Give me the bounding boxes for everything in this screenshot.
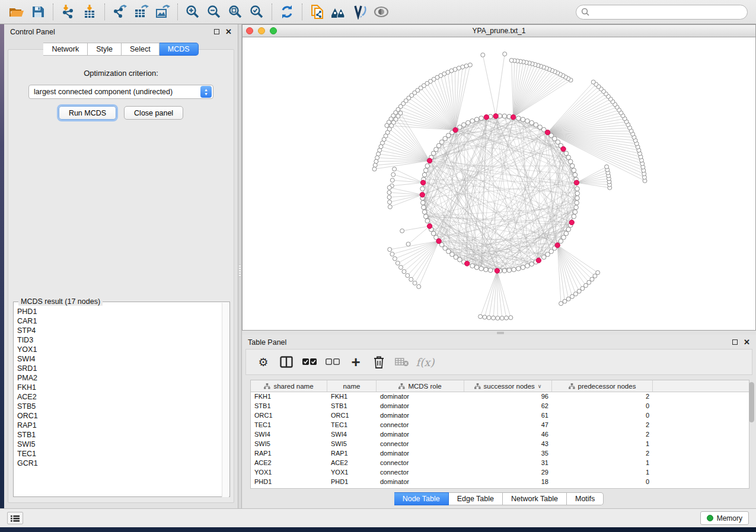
cell-name[interactable]: RAP1 (327, 449, 377, 459)
table-panel-tab[interactable]: Motifs (567, 492, 604, 505)
float-panel-icon[interactable] (214, 29, 219, 34)
table-scrollbar[interactable] (749, 382, 754, 475)
column-header[interactable]: MCDS role ∨ (377, 380, 464, 392)
network-overview-icon[interactable] (328, 2, 349, 22)
control-panel-tab[interactable]: MCDS (160, 43, 199, 56)
graph-leaf-node[interactable] (570, 294, 574, 299)
close-panel-button[interactable]: Close panel (124, 106, 183, 120)
export-image-icon[interactable] (152, 2, 173, 22)
graph-leaf-node[interactable] (388, 200, 392, 204)
delete-column-icon[interactable] (370, 353, 388, 371)
network-canvas[interactable] (243, 37, 755, 330)
graph-leaf-node[interactable] (500, 316, 504, 320)
cell-predecessor-nodes[interactable]: 1 (552, 468, 653, 477)
graph-node[interactable] (422, 205, 426, 210)
graph-node[interactable] (521, 117, 525, 122)
graph-node[interactable] (422, 172, 427, 177)
cell-name[interactable]: TEC1 (327, 421, 377, 430)
table-row[interactable]: ACE2 ACE2 connector 31 1 (251, 459, 749, 468)
cell-mcds-role[interactable]: dominator (377, 430, 464, 440)
mcds-result-item[interactable]: TID3 (17, 335, 221, 345)
cell-shared-name[interactable]: TEC1 (251, 421, 327, 430)
cell-successor-nodes[interactable]: 29 (464, 468, 552, 477)
mcds-result-list[interactable]: PHD1CAR1STP4TID3YOX1SWI4SRD1PMA2FKH1ACE2… (17, 305, 221, 495)
cell-shared-name[interactable]: ORC1 (251, 411, 327, 421)
graph-node[interactable] (512, 267, 516, 272)
cell-predecessor-nodes[interactable]: 0 (552, 411, 653, 421)
graph-node[interactable] (470, 264, 475, 268)
graph-leaf-node[interactable] (385, 123, 389, 127)
mcds-result-item[interactable]: STP4 (17, 326, 221, 335)
cell-predecessor-nodes[interactable]: 2 (552, 421, 653, 430)
graph-mcds-node[interactable] (511, 115, 515, 120)
cell-predecessor-nodes[interactable]: 1 (552, 440, 653, 449)
graph-mcds-node[interactable] (569, 220, 574, 225)
open-file-icon[interactable] (6, 2, 27, 22)
cell-successor-nodes[interactable]: 96 (464, 392, 552, 402)
graph-leaf-node[interactable] (406, 242, 410, 246)
run-mcds-button[interactable]: Run MCDS (59, 106, 116, 120)
graph-leaf-node[interactable] (402, 270, 406, 274)
graph-leaf-node[interactable] (566, 297, 570, 301)
mcds-result-item[interactable]: PMA2 (17, 373, 221, 383)
float-table-panel-icon[interactable] (732, 339, 738, 345)
graph-node[interactable] (564, 231, 569, 236)
graph-leaf-node[interactable] (406, 274, 410, 278)
graph-node[interactable] (423, 168, 428, 173)
graph-leaf-node[interactable] (391, 172, 395, 177)
cell-predecessor-nodes[interactable]: 2 (552, 392, 653, 402)
graph-node[interactable] (425, 219, 430, 223)
graph-leaf-node[interactable] (387, 190, 391, 194)
network-graph[interactable] (243, 37, 755, 330)
graph-mcds-node[interactable] (536, 258, 541, 262)
graph-leaf-node[interactable] (483, 315, 487, 319)
close-table-panel-icon[interactable]: ✕ (744, 339, 750, 345)
graph-leaf-node[interactable] (509, 316, 513, 320)
graph-leaf-node[interactable] (395, 261, 400, 265)
graph-node[interactable] (474, 265, 479, 270)
cell-successor-nodes[interactable]: 61 (464, 411, 552, 421)
export-network-icon[interactable] (109, 2, 130, 22)
graph-node[interactable] (575, 200, 579, 205)
graph-leaf-node[interactable] (393, 167, 397, 171)
graph-mcds-node[interactable] (420, 180, 425, 185)
cell-name[interactable]: YOX1 (327, 468, 377, 477)
mcds-result-item[interactable]: STB5 (17, 402, 221, 411)
column-header[interactable]: name ∨ (327, 380, 377, 392)
graph-leaf-node[interactable] (400, 229, 404, 233)
graph-node[interactable] (421, 200, 426, 205)
zoom-out-icon[interactable] (203, 2, 225, 22)
graph-node[interactable] (516, 267, 521, 271)
table-row[interactable]: ORC1 ORC1 dominator 61 0 (251, 411, 749, 421)
cell-shared-name[interactable]: PHD1 (251, 477, 327, 487)
cell-shared-name[interactable]: ACE2 (251, 459, 327, 468)
cell-name[interactable]: FKH1 (327, 392, 377, 402)
cell-mcds-role[interactable]: connector (377, 440, 464, 449)
cell-mcds-role[interactable]: dominator (377, 477, 464, 487)
import-network-icon[interactable] (58, 2, 79, 22)
cell-name[interactable]: ACE2 (327, 459, 377, 468)
graph-node[interactable] (568, 159, 573, 164)
table-row[interactable]: YOX1 YOX1 connector 29 1 (251, 468, 749, 477)
graph-leaf-node[interactable] (605, 165, 609, 169)
graph-node[interactable] (474, 117, 479, 122)
graph-node[interactable] (420, 187, 425, 191)
graph-leaf-node[interactable] (580, 286, 585, 290)
cell-shared-name[interactable]: FKH1 (251, 392, 327, 402)
mcds-result-item[interactable]: RAP1 (17, 421, 221, 430)
graph-node[interactable] (488, 268, 493, 273)
graph-node[interactable] (502, 114, 507, 118)
column-layout-icon[interactable] (277, 353, 295, 371)
graph-node[interactable] (572, 214, 576, 219)
graph-node[interactable] (573, 210, 578, 214)
cell-mcds-role[interactable]: dominator (377, 449, 464, 459)
graph-mcds-node[interactable] (545, 130, 550, 134)
mcds-result-item[interactable]: CAR1 (17, 316, 221, 326)
graph-node[interactable] (572, 168, 576, 173)
mcds-result-item[interactable]: YOX1 (17, 345, 221, 354)
graph-leaf-node[interactable] (372, 167, 377, 171)
cell-predecessor-nodes[interactable]: 2 (552, 449, 653, 459)
graph-leaf-node[interactable] (468, 63, 472, 67)
cell-predecessor-nodes[interactable]: 0 (552, 402, 653, 411)
graph-leaf-node[interactable] (388, 205, 392, 209)
